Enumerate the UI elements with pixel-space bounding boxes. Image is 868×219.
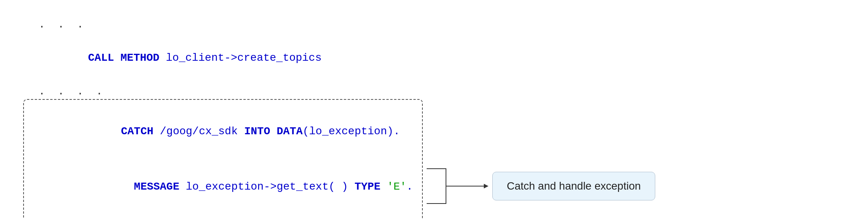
svg-marker-1 [484,184,488,188]
catch-keyword: CATCH [95,125,153,137]
type-string: 'E' [387,181,406,193]
call-args: lo_client->create_topics [159,52,322,64]
catch-box: CATCH /goog/cx_sdk INTO DATA(lo_exceptio… [23,99,423,219]
type-keyword: TYPE [354,181,380,193]
message-keyword: MESSAGE [95,181,179,193]
main-container: −TRY. DATA(lo_client) = NEW /goog/cl_pub… [0,0,868,219]
message-line: MESSAGE lo_exception->get_text( ) TYPE '… [30,159,413,214]
data-line: DATA(lo_client) = NEW /goog/cl_pubsub_v1… [23,0,564,19]
type-val [380,181,387,193]
endtry-line: ENDTRY. [30,214,413,219]
code-block: −TRY. DATA(lo_client) = NEW /goog/cl_pub… [23,0,564,219]
catch-args: /goog/cx_sdk [153,125,244,137]
call-line: CALL METHOD lo_client->create_topics [23,31,564,86]
message-args: lo_exception->get_text( ) [179,181,354,193]
into-keyword: INTO DATA [244,125,303,137]
dots-line-1: . . . [23,19,564,31]
dots-2: . . . . [39,86,106,98]
dots-line-2: . . . . [23,86,564,98]
call-keyword: CALL METHOD [62,52,159,64]
bracket-arrow-svg [423,167,492,205]
type-dot: . [407,181,413,193]
catch-var: (lo_exception). [303,125,400,137]
catch-line: CATCH /goog/cx_sdk INTO DATA(lo_exceptio… [30,104,413,159]
catch-section: CATCH /goog/cx_sdk INTO DATA(lo_exceptio… [23,98,564,219]
callout-box: Catch and handle exception [492,172,655,200]
dots-1: . . . [39,19,86,31]
callout-label: Catch and handle exception [507,180,641,192]
